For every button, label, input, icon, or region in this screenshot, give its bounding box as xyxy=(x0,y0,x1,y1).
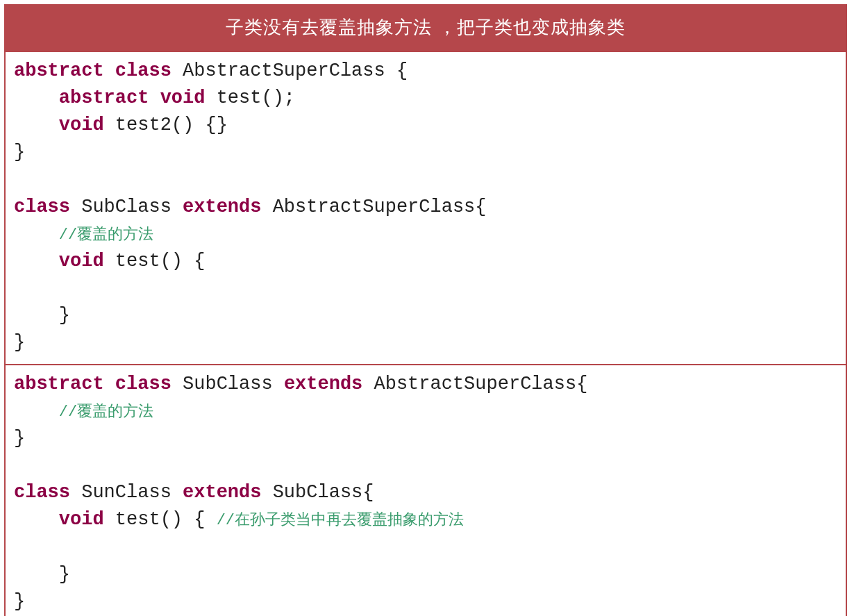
code-token: } xyxy=(14,428,25,449)
code-token xyxy=(362,374,374,394)
code-keyword: extends xyxy=(183,197,261,217)
code-keyword: extends xyxy=(284,374,362,394)
code-token xyxy=(171,60,183,81)
code-token xyxy=(104,509,115,530)
code-token xyxy=(14,88,59,108)
code-keyword: void xyxy=(59,509,104,530)
code-token: test(); xyxy=(217,88,295,108)
code-token xyxy=(171,374,183,394)
code-token: } xyxy=(14,332,25,353)
code-token xyxy=(14,251,59,272)
code-token: test2() {} xyxy=(115,115,228,135)
code-token: } xyxy=(14,591,25,612)
code-comment: //覆盖的方法 xyxy=(59,403,153,421)
code-token: } xyxy=(14,142,25,163)
code-token xyxy=(104,374,115,394)
code-token xyxy=(14,224,59,244)
code-token xyxy=(104,60,115,81)
code-text-bottom: abstract class SubClass extends Abstract… xyxy=(14,371,837,615)
code-token: AbstractSuperClass{ xyxy=(374,374,588,394)
code-keyword: abstract xyxy=(59,88,149,108)
code-token xyxy=(70,197,81,217)
code-keyword: void xyxy=(59,251,104,272)
code-text-top: abstract class AbstractSuperClass { abst… xyxy=(14,58,837,357)
code-token: test() { xyxy=(115,509,217,530)
code-keyword: abstract xyxy=(14,60,104,81)
code-token: SubClass{ xyxy=(273,482,374,503)
code-keyword: class xyxy=(115,60,171,81)
code-comment: //覆盖的方法 xyxy=(59,226,153,244)
code-token xyxy=(14,305,59,326)
page-title: 子类没有去覆盖抽象方法 ，把子类也变成抽象类 xyxy=(6,6,846,51)
code-token: SubClass xyxy=(81,197,183,217)
code-keyword: class xyxy=(14,197,70,217)
code-token: } xyxy=(59,564,70,585)
code-token: SubClass xyxy=(183,374,284,394)
code-keyword: abstract xyxy=(14,374,104,394)
code-keyword: void xyxy=(59,115,104,135)
code-block-top: abstract class AbstractSuperClass { abst… xyxy=(6,51,846,364)
code-token xyxy=(261,197,272,217)
code-token xyxy=(104,115,115,135)
code-token xyxy=(205,88,216,108)
code-token: AbstractSuperClass{ xyxy=(273,197,487,217)
code-token xyxy=(104,251,115,272)
code-keyword: class xyxy=(14,482,70,503)
code-token: } xyxy=(59,305,70,326)
code-token xyxy=(14,115,59,135)
code-token xyxy=(261,482,272,503)
code-token: SunClass xyxy=(81,482,183,503)
code-token xyxy=(14,509,59,530)
code-block-bottom: abstract class SubClass extends Abstract… xyxy=(6,364,846,616)
code-keyword: class xyxy=(115,374,171,394)
code-token: test() { xyxy=(115,251,206,272)
code-token xyxy=(149,88,160,108)
code-token xyxy=(14,564,59,585)
code-token: AbstractSuperClass { xyxy=(183,60,408,81)
code-comment: //在孙子类当中再去覆盖抽象的方法 xyxy=(217,512,464,529)
code-token xyxy=(14,401,59,422)
document-box: 子类没有去覆盖抽象方法 ，把子类也变成抽象类 abstract class Ab… xyxy=(4,4,847,616)
code-token xyxy=(70,482,81,503)
code-keyword: extends xyxy=(183,482,261,503)
code-keyword: void xyxy=(160,88,206,108)
